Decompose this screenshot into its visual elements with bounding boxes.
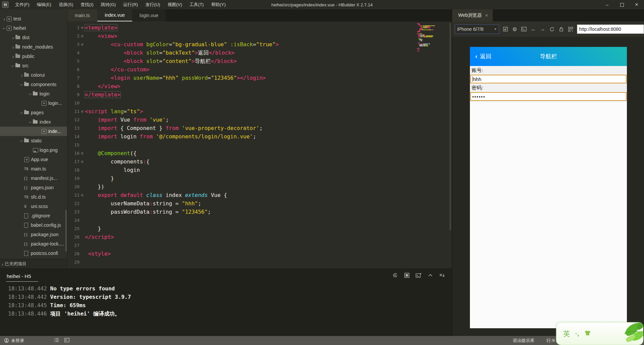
tree-item-src[interactable]: ›src [0,61,67,70]
code-editor[interactable]: 1⊟<template>2⊟ <view>3⊟ <cu-custom bgCol… [67,21,452,269]
menu-item-1[interactable]: 编辑(E) [33,0,55,9]
stop-icon[interactable] [404,272,410,278]
tree-item-app-vue[interactable]: ›VApp.vue [0,155,67,164]
close-icon[interactable]: × [485,13,488,18]
fold-marker-icon[interactable]: ⊟ [79,32,85,40]
fold-spacer [79,183,85,191]
minimap[interactable] [417,23,446,53]
input-method-popup[interactable]: 英 ·, [556,322,643,345]
closed-projects-row[interactable]: › 已关闭项目 [0,259,67,269]
settings-gear-icon[interactable]: ⚙ [512,26,518,32]
tree-item-node-modules[interactable]: ›node_modules [0,42,67,52]
tree-item-main-ts[interactable]: ›TSmain.ts [0,164,67,174]
line-number: 2 [67,32,79,40]
chevron-collapsed-icon[interactable]: › [2,16,7,22]
tree-item-colorui[interactable]: ›colorui [0,70,67,80]
menu-item-6[interactable]: 发行(U) [142,0,164,9]
code-line-19: 19 } [67,174,452,183]
editor-tab-login-vue[interactable]: login.vue [132,9,166,21]
tree-item--gitignore[interactable]: ›.gitignore [0,211,67,220]
menu-item-9[interactable]: 帮助(Y) [207,0,229,9]
tree-item-postcss-confi[interactable]: ›postcss.confi [0,249,67,258]
menu-item-4[interactable]: 跳转(G) [97,0,120,9]
tree-item-babel-config-js[interactable]: ›babel.config.js [0,220,67,230]
password-input[interactable]: •••••• [470,92,627,101]
restart-icon[interactable] [392,272,398,278]
chevron-collapsed-icon[interactable]: › [11,54,15,59]
login-status[interactable]: 未登录 [0,338,24,344]
code-line-11: 11⊟<script lang="ts"> [67,107,452,116]
chevron-collapsed-icon[interactable]: › [11,44,15,50]
chevron-collapsed-icon[interactable]: › [11,35,15,41]
fold-spacer [79,116,85,124]
folder-icon [15,36,22,39]
tree-item-static[interactable]: ›static [0,136,67,145]
fold-marker-icon[interactable]: ⊟ [79,40,85,49]
devtools-console-icon[interactable] [521,26,527,32]
tree-item-login-[interactable]: ›Vlogin... [0,98,67,108]
console-log: 18:13:48.442No type errors found18:13:48… [0,282,452,318]
preview-back-button[interactable]: ‹ 返回 [470,53,491,60]
url-input[interactable]: http://localhost:8080 [577,24,644,34]
menu-item-2[interactable]: 选择(S) [55,0,77,9]
back-chevron-icon: ‹ [475,53,477,60]
json-icon: [ ] [24,242,31,246]
close-button[interactable]: × [629,0,644,9]
forward-icon[interactable]: → [539,26,546,32]
fold-marker-icon[interactable]: ⊟ [79,23,85,32]
editor-scrollbar[interactable] [449,23,451,230]
menu-item-3[interactable]: 查找(I) [77,0,97,9]
syntax-lib-label[interactable]: 语法提示库 [513,338,535,344]
tree-item-pages-json[interactable]: ›[ ]pages.json [0,183,67,192]
lock-icon[interactable] [558,26,565,32]
tree-item-label: components [31,82,56,87]
menu-item-0[interactable]: 文件(F) [11,0,33,9]
code-editor-panel: main.tsindex.vuelogin.vue 1⊟<template>2⊟… [67,9,452,269]
fold-marker-icon[interactable]: ⊟ [79,157,85,166]
tree-item-components[interactable]: ›components [0,80,67,89]
fold-marker-icon[interactable]: ⊟ [79,149,85,157]
editor-tab-main-ts[interactable]: main.ts [67,9,97,21]
menu-item-5[interactable]: 运行(R) [119,0,142,9]
tree-item-test[interactable]: ›Utest [0,14,67,23]
outline-list-icon[interactable] [54,338,59,343]
account-input[interactable]: hhh [470,75,627,83]
minimize-button[interactable]: – [600,0,614,9]
tree-item-heihei[interactable]: ›Uheihei [0,23,67,33]
refresh-icon[interactable] [549,26,555,32]
sidebar-scrollbar[interactable] [65,210,67,252]
tree-item-sfc-d-ts[interactable]: ›TSsfc.d.ts [0,192,67,202]
console-tab[interactable]: heihei - H5 [6,271,38,282]
tree-item-inde-[interactable]: ›Vinde... [0,127,67,136]
fold-marker-icon[interactable]: ⊟ [79,107,85,116]
new-console-icon[interactable] [416,272,422,278]
tree-item-pages[interactable]: ›pages [0,108,67,117]
fold-marker-icon[interactable]: ⊟ [79,191,85,199]
tree-item-login[interactable]: ›login [0,89,67,98]
tree-item-logo-png[interactable]: ›logo.png [0,145,67,155]
browser-tab[interactable]: Web浏览器 × [452,9,493,21]
tree-item-manifest-js-[interactable]: ›[ ]manifest.js... [0,174,67,183]
menu-item-7[interactable]: 视图(V) [164,0,185,9]
device-select[interactable]: iPhone 6/7/8 ▼ [455,24,499,34]
qr-code-icon[interactable] [568,26,574,32]
folder-open-icon [33,120,40,124]
tree-item-index[interactable]: ›index [0,117,67,127]
tree-item-package-lock-[interactable]: ›[ ]package-lock.... [0,239,67,249]
responsive-size-icon[interactable] [502,26,508,32]
terminal-icon[interactable] [64,338,69,343]
tree-item-uni-scss[interactable]: ›Suni.scss [0,202,67,211]
menu-item-8[interactable]: 工具(T) [186,0,208,9]
line-number: 26 [67,233,79,241]
collapse-icon[interactable] [427,272,433,278]
tree-item-public[interactable]: ›public [0,52,67,61]
console-log-line: 18:13:48.446项目 'heihei' 编译成功。 [8,309,452,318]
chevron-collapsed-icon[interactable]: › [19,72,24,78]
clear-icon[interactable] [439,272,445,278]
maximize-button[interactable] [614,0,629,9]
editor-tab-index-vue[interactable]: index.vue [97,9,132,21]
tree-item-dist[interactable]: ›dist [0,33,67,42]
chevron-expanded-icon[interactable]: › [2,26,7,31]
back-icon[interactable]: ← [530,26,537,32]
tree-item-package-json[interactable]: ›[ ]package.json [0,230,67,239]
